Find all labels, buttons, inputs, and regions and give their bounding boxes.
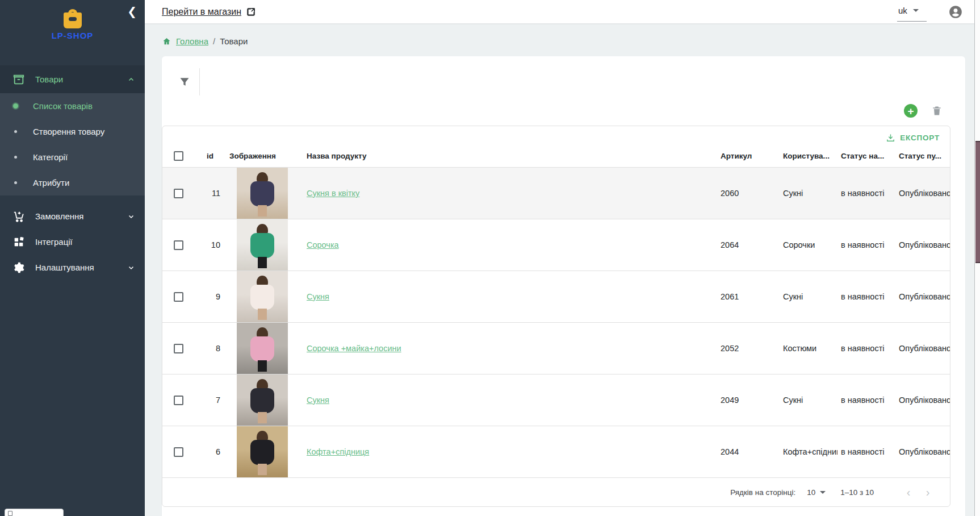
- products-box-icon: [12, 73, 25, 86]
- product-name-link[interactable]: Сукня: [307, 396, 329, 405]
- product-published: Опубліковано: [895, 240, 950, 249]
- language-select[interactable]: uk: [897, 2, 927, 22]
- chevron-down-icon: [128, 264, 135, 271]
- chevron-down-icon: [128, 213, 135, 220]
- chevron-down-icon: [913, 9, 919, 12]
- product-image: [237, 271, 288, 322]
- product-category: Сорочки: [780, 240, 837, 249]
- rows-per-page-value: 10: [807, 488, 815, 497]
- sidebar-collapse-icon[interactable]: ❮: [127, 6, 137, 17]
- product-availability: в наявності: [837, 189, 895, 198]
- product-image: [237, 168, 288, 219]
- product-sku: 2044: [717, 447, 780, 456]
- language-value: uk: [898, 6, 907, 15]
- product-sku: 2064: [717, 240, 780, 249]
- product-sku: 2049: [717, 396, 780, 405]
- sidebar-item-attributes[interactable]: Атрибути: [0, 170, 145, 195]
- rows-per-page-select[interactable]: 10: [807, 488, 826, 497]
- sidebar-item-label: Атрибути: [33, 178, 69, 188]
- product-availability: в наявності: [837, 447, 895, 456]
- filter-bar: [162, 64, 965, 99]
- sidebar: LP-SHOP ❮ Товари Список товарів: [0, 0, 145, 516]
- delete-icon[interactable]: [931, 105, 943, 117]
- product-published: Опубліковано: [895, 292, 950, 301]
- table-row: 8 Сорочка +майка+лосини 2052 Костюми в н…: [162, 323, 950, 374]
- sidebar-item-settings[interactable]: Налаштування: [0, 255, 145, 280]
- product-image: [237, 374, 288, 426]
- topbar: Перейти в магазин uk: [145, 0, 980, 24]
- pagination: Рядків на сторінці: 10 1–10 з 10 ‹ ›: [162, 478, 950, 506]
- sidebar-item-label: Налаштування: [35, 263, 128, 272]
- header-id[interactable]: id: [194, 152, 226, 160]
- scrollbar-thumb[interactable]: [975, 141, 980, 263]
- product-name-link[interactable]: Сукня: [307, 292, 329, 301]
- product-image: [237, 323, 288, 374]
- product-name-link[interactable]: Сорочка: [307, 240, 339, 249]
- row-checkbox[interactable]: [174, 447, 183, 457]
- previous-page-icon[interactable]: ‹: [901, 485, 916, 500]
- export-row: ЕКСПОРТ: [162, 126, 950, 145]
- product-category: Кофта+спідниц: [780, 447, 837, 456]
- product-name-link[interactable]: Кофта+спідниця: [307, 447, 369, 456]
- download-icon: [886, 133, 895, 143]
- sidebar-item-product-list[interactable]: Список товарів: [0, 93, 145, 119]
- header-category[interactable]: Користува...: [780, 152, 837, 160]
- sidebar-item-label: Інтеграції: [35, 237, 135, 247]
- bullet-icon: [14, 130, 17, 133]
- sidebar-item-label: Категорії: [33, 152, 68, 162]
- sidebar-item-product-create[interactable]: Створення товару: [0, 119, 145, 144]
- row-checkbox[interactable]: [174, 240, 183, 250]
- row-checkbox[interactable]: [174, 396, 183, 405]
- product-image: [237, 426, 288, 477]
- row-checkbox[interactable]: [174, 292, 183, 302]
- table-row: 9 Сукня 2061 Сукні в наявності Опубліков…: [162, 271, 950, 323]
- table-header-row: id Зображення Назва продукту Артикул Кор…: [162, 145, 950, 168]
- bullet-icon: [14, 156, 17, 159]
- product-name-link[interactable]: Сукня в квітку: [307, 189, 359, 198]
- products-submenu: Список товарів Створення товару Категорі…: [0, 93, 145, 195]
- product-id: 11: [194, 189, 226, 198]
- product-id: 8: [194, 344, 226, 353]
- go-to-shop-link[interactable]: Перейти в магазин: [162, 7, 256, 17]
- sidebar-item-label: Замовлення: [35, 211, 128, 221]
- filter-icon[interactable]: [179, 76, 190, 88]
- breadcrumb: Головна / Товари: [145, 24, 980, 56]
- header-availability[interactable]: Статус на...: [837, 152, 895, 160]
- logo: LP-SHOP ❮: [0, 0, 145, 51]
- main-area: Перейти в магазин uk Головна / Товари: [145, 0, 980, 516]
- product-name-link[interactable]: Сорочка +майка+лосини: [307, 344, 401, 353]
- breadcrumb-current: Товари: [220, 36, 248, 46]
- product-published: Опубліковано: [895, 344, 950, 353]
- header-image[interactable]: Зображення: [226, 152, 299, 160]
- row-checkbox[interactable]: [174, 189, 183, 198]
- header-name[interactable]: Назва продукту: [299, 152, 717, 160]
- header-sku[interactable]: Артикул: [717, 152, 780, 160]
- product-category: Костюми: [780, 344, 837, 353]
- product-availability: в наявності: [837, 240, 895, 249]
- product-id: 7: [194, 396, 226, 405]
- sidebar-item-categories[interactable]: Категорії: [0, 144, 145, 170]
- product-sku: 2060: [717, 189, 780, 198]
- add-product-button[interactable]: +: [904, 104, 918, 118]
- row-checkbox[interactable]: [174, 344, 183, 353]
- divider: [199, 68, 200, 95]
- product-category: Сукні: [780, 292, 837, 301]
- rows-per-page-label: Рядків на сторінці:: [730, 488, 795, 497]
- product-published: Опубліковано: [895, 447, 950, 456]
- sidebar-item-integrations[interactable]: Інтеграції: [0, 229, 145, 255]
- select-all-checkbox[interactable]: [174, 151, 183, 161]
- table-row: 11 Сукня в квітку 2060 Сукні в наявності…: [162, 168, 950, 219]
- header-published[interactable]: Статус пу...: [895, 152, 950, 160]
- page-range: 1–10 з 10: [840, 488, 874, 497]
- account-icon[interactable]: [948, 5, 963, 19]
- next-page-icon[interactable]: ›: [920, 485, 935, 500]
- export-label: ЕКСПОРТ: [900, 134, 940, 142]
- breadcrumb-home-link[interactable]: Головна: [176, 36, 208, 46]
- integrations-grid-icon: [12, 236, 25, 248]
- sidebar-item-orders[interactable]: Замовлення: [0, 203, 145, 229]
- bullet-icon: [13, 103, 18, 109]
- chevron-down-icon: [820, 491, 826, 494]
- export-button[interactable]: ЕКСПОРТ: [886, 133, 940, 143]
- sidebar-item-products[interactable]: Товари: [0, 65, 145, 93]
- scrollbar[interactable]: [974, 0, 980, 516]
